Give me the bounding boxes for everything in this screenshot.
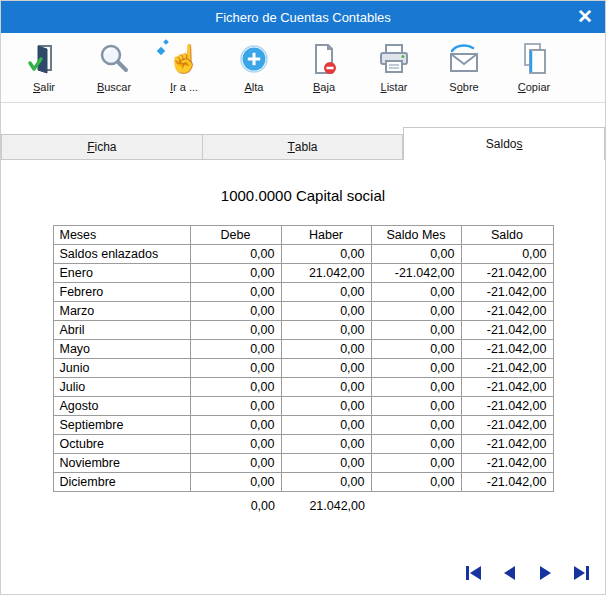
table-row[interactable]: Enero0,0021.042,00-21.042,00-21.042,00	[53, 264, 553, 283]
month-cell: Mayo	[53, 340, 190, 359]
totals-row: 0,00 21.042,00	[53, 497, 553, 515]
tab-tabla[interactable]: Tabla	[203, 134, 404, 160]
amount-cell: 0,00	[281, 397, 371, 416]
table-row[interactable]: Septiembre0,000,000,00-21.042,00	[53, 416, 553, 435]
amount-cell: 0,00	[371, 340, 461, 359]
copiar-button[interactable]: Copiar	[499, 38, 569, 102]
last-record-icon	[574, 566, 589, 580]
amount-cell: -21.042,00	[461, 340, 553, 359]
salir-button[interactable]: Salir	[9, 38, 79, 102]
column-header: Saldo	[461, 226, 553, 245]
month-cell: Octubre	[53, 435, 190, 454]
toolbar-button-label: Copiar	[518, 81, 550, 93]
listar-button[interactable]: Listar	[359, 38, 429, 102]
amount-cell: 0,00	[281, 378, 371, 397]
search-icon	[96, 38, 132, 80]
table-row[interactable]: Marzo0,000,000,00-21.042,00	[53, 302, 553, 321]
dialog-window: Fichero de Cuentas Contables ✕ SalirBusc…	[0, 0, 606, 595]
amount-cell: 0,00	[190, 435, 281, 454]
balances-table: MesesDebeHaberSaldo MesSaldo Saldos enla…	[53, 225, 554, 492]
amount-cell: 0,00	[461, 245, 553, 264]
amount-cell: 0,00	[281, 321, 371, 340]
amount-cell: 0,00	[190, 416, 281, 435]
amount-cell: 0,00	[371, 283, 461, 302]
amount-cell: -21.042,00	[461, 416, 553, 435]
toolbar-button-label: Sobre	[449, 81, 478, 93]
amount-cell: 0,00	[371, 435, 461, 454]
printer-icon	[376, 38, 412, 80]
prev-record-button[interactable]	[495, 560, 523, 586]
total-haber: 21.042,00	[281, 497, 371, 515]
table-row[interactable]: Junio0,000,000,00-21.042,00	[53, 359, 553, 378]
baja-button[interactable]: Baja	[289, 38, 359, 102]
amount-cell: 0,00	[371, 473, 461, 492]
total-debe: 0,00	[190, 497, 281, 515]
totals-spacer	[371, 497, 461, 515]
envelope-icon	[446, 38, 482, 80]
first-record-button[interactable]	[459, 560, 487, 586]
amount-cell: 0,00	[190, 321, 281, 340]
toolbar-button-label: Salir	[33, 81, 55, 93]
table-row[interactable]: Mayo0,000,000,00-21.042,00	[53, 340, 553, 359]
sobre-button[interactable]: Sobre	[429, 38, 499, 102]
next-record-icon	[540, 566, 551, 580]
amount-cell: 0,00	[281, 435, 371, 454]
ir-a-button[interactable]: ☝Ir a ...	[149, 38, 219, 102]
record-navigation	[459, 560, 595, 586]
amount-cell: -21.042,00	[461, 435, 553, 454]
amount-cell: 0,00	[190, 340, 281, 359]
amount-cell: 0,00	[371, 378, 461, 397]
buscar-button[interactable]: Buscar	[79, 38, 149, 102]
amount-cell: 0,00	[190, 473, 281, 492]
table-row[interactable]: Abril0,000,000,00-21.042,00	[53, 321, 553, 340]
toolbar-button-label: Alta	[245, 81, 264, 93]
minus-doc-icon	[306, 38, 342, 80]
table-row[interactable]: Diciembre0,000,000,00-21.042,00	[53, 473, 553, 492]
next-record-button[interactable]	[531, 560, 559, 586]
amount-cell: -21.042,00	[461, 397, 553, 416]
header-row: MesesDebeHaberSaldo MesSaldo	[53, 226, 553, 245]
amount-cell: 0,00	[190, 359, 281, 378]
amount-cell: -21.042,00	[461, 283, 553, 302]
month-cell: Saldos enlazados	[53, 245, 190, 264]
month-cell: Febrero	[53, 283, 190, 302]
table-row[interactable]: Noviembre0,000,000,00-21.042,00	[53, 454, 553, 473]
plus-circle-icon	[236, 38, 272, 80]
month-cell: Agosto	[53, 397, 190, 416]
column-header: Meses	[53, 226, 190, 245]
table-row[interactable]: Julio0,000,000,00-21.042,00	[53, 378, 553, 397]
column-header: Haber	[281, 226, 371, 245]
amount-cell: -21.042,00	[461, 473, 553, 492]
amount-cell: 0,00	[371, 321, 461, 340]
tab-saldos[interactable]: Saldos	[403, 127, 605, 160]
month-cell: Enero	[53, 264, 190, 283]
close-button[interactable]: ✕	[577, 4, 593, 30]
content-area: 1000.0000 Capital social MesesDebeHaberS…	[1, 187, 605, 515]
amount-cell: -21.042,00	[371, 264, 461, 283]
toolbar-button-label: Baja	[313, 81, 335, 93]
amount-cell: 0,00	[371, 416, 461, 435]
tab-ficha[interactable]: Ficha	[1, 134, 203, 160]
toolbar: SalirBuscar☝Ir a ...AltaBajaListarSobreC…	[1, 33, 605, 103]
amount-cell: 0,00	[281, 359, 371, 378]
alta-button[interactable]: Alta	[219, 38, 289, 102]
amount-cell: -21.042,00	[461, 264, 553, 283]
toolbar-button-label: Listar	[381, 81, 408, 93]
column-header: Saldo Mes	[371, 226, 461, 245]
titlebar: Fichero de Cuentas Contables ✕	[1, 1, 605, 33]
month-cell: Diciembre	[53, 473, 190, 492]
column-header: Debe	[190, 226, 281, 245]
amount-cell: -21.042,00	[461, 321, 553, 340]
account-title: 1000.0000 Capital social	[1, 187, 605, 204]
amount-cell: 0,00	[281, 340, 371, 359]
month-cell: Junio	[53, 359, 190, 378]
last-record-button[interactable]	[567, 560, 595, 586]
totals-spacer	[53, 497, 190, 515]
amount-cell: 0,00	[190, 245, 281, 264]
amount-cell: 0,00	[190, 397, 281, 416]
table-row[interactable]: Octubre0,000,000,00-21.042,00	[53, 435, 553, 454]
table-row[interactable]: Agosto0,000,000,00-21.042,00	[53, 397, 553, 416]
table-row[interactable]: Saldos enlazados0,000,000,000,00	[53, 245, 553, 264]
table-row[interactable]: Febrero0,000,000,00-21.042,00	[53, 283, 553, 302]
copy-icon	[516, 38, 552, 80]
